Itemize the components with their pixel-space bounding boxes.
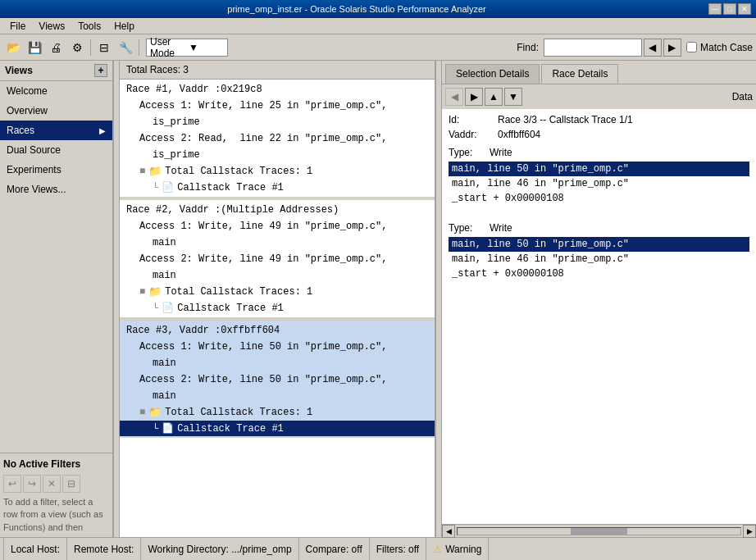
race1-callstack-total: Total Callstack Traces: 1 xyxy=(165,166,312,177)
callstack-item-1[interactable]: └ 📄 Callstack Trace #1 xyxy=(120,180,435,195)
nav-prev-button[interactable]: ◀ xyxy=(445,88,463,106)
tab-race-details[interactable]: Race Details xyxy=(541,64,618,84)
close-button[interactable]: ✕ xyxy=(738,3,751,15)
find-next-button[interactable]: ▶ xyxy=(663,39,681,57)
filter-button[interactable]: ⊟ xyxy=(94,38,114,57)
file-icon-1: 📄 xyxy=(162,181,174,193)
separator1 xyxy=(90,39,91,56)
race1-access1-cont: is_prime xyxy=(120,114,435,130)
call-stack-entry-1-0[interactable]: main, line 50 in "prime_omp.c" xyxy=(449,162,749,176)
race3-access1[interactable]: Access 1: Write, line 50 in "prime_omp.c… xyxy=(120,339,435,355)
race2-title[interactable]: Race #2, Vaddr :(Multiple Addresses) xyxy=(120,202,435,218)
find-prev-button[interactable]: ◀ xyxy=(644,39,662,57)
sidebar-item-welcome[interactable]: Welcome xyxy=(0,81,112,101)
call-stack-list-2: main, line 50 in "prime_omp.c" main, lin… xyxy=(449,237,749,281)
folder-icon-1: 📁 xyxy=(148,165,162,178)
find-label: Find: xyxy=(517,42,539,53)
filters-panel: No Active Filters ↩ ↪ ✕ ⊟ To add a filte… xyxy=(0,453,112,537)
main-content: Views + Welcome Overview Races ▶ Dual So… xyxy=(0,61,756,537)
call-stack-entry-2-2[interactable]: _start + 0x00000108 xyxy=(449,266,749,281)
callstack-item-2[interactable]: └ 📄 Callstack Trace #1 xyxy=(120,300,435,316)
race2-callstack-item: Callstack Trace #1 xyxy=(177,303,284,314)
save-button[interactable]: 💾 xyxy=(25,38,44,57)
tree-bullet-3b: └ xyxy=(153,423,158,435)
race2-callstack-total: Total Callstack Traces: 1 xyxy=(165,286,312,298)
print-button[interactable]: 🖨 xyxy=(46,38,66,57)
prefs-button[interactable]: 🔧 xyxy=(116,38,135,57)
minimize-button[interactable]: — xyxy=(708,3,722,15)
open-button[interactable]: 📂 xyxy=(3,38,23,57)
call-stack-entry-2-1[interactable]: main, line 46 in "prime_omp.c" xyxy=(449,252,749,266)
left-splitter[interactable] xyxy=(113,61,120,537)
race3-callstack-total: Total Callstack Traces: 1 xyxy=(165,407,312,418)
race1-access1[interactable]: Access 1: Write, line 25 in "prime_omp.c… xyxy=(120,98,435,114)
menubar: File Views Tools Help xyxy=(0,18,756,34)
tree-bullet-3: ■ xyxy=(139,407,145,418)
race1-title[interactable]: Race #1, Vaddr :0x219c8 xyxy=(120,81,435,98)
filters-title: No Active Filters xyxy=(3,457,109,471)
scroll-left-button[interactable]: ◀ xyxy=(442,525,455,538)
status-working-dir: Working Directory: .../prime_omp xyxy=(141,538,298,560)
sidebar-item-more-views[interactable]: More Views... xyxy=(0,180,112,199)
call-stack-list-1: main, line 50 in "prime_omp.c" main, lin… xyxy=(449,162,749,206)
tree-bullet-2b: └ xyxy=(153,303,158,314)
detail-id-row: Id: Race 3/3 -- Callstack Trace 1/1 xyxy=(449,114,749,125)
window-controls[interactable]: — □ ✕ xyxy=(708,3,751,15)
filter-redo-button[interactable]: ↪ xyxy=(23,475,41,493)
call-stack-entry-1-2[interactable]: _start + 0x00000108 xyxy=(449,191,749,206)
type-value-1: Write xyxy=(490,147,512,158)
race3-title[interactable]: Race #3, Vaddr :0xffbff604 xyxy=(120,322,435,339)
race3-access2-cont: main xyxy=(120,388,435,404)
horizontal-scrollbar[interactable]: ◀ ▶ xyxy=(442,524,756,537)
statusbar: Local Host: Remote Host: Working Directo… xyxy=(0,537,756,560)
menu-views[interactable]: Views xyxy=(32,19,71,34)
nav-up-button[interactable]: ▲ xyxy=(485,88,503,106)
match-case-checkbox[interactable]: Match Case xyxy=(686,42,753,53)
callstack-item-3-selected[interactable]: └ 📄 Callstack Trace #1 xyxy=(120,421,435,436)
race1-access2[interactable]: Access 2: Read, line 22 in "prime_omp.c"… xyxy=(120,130,435,147)
menu-help[interactable]: Help xyxy=(107,19,141,34)
race3-callstack-item: Callstack Trace #1 xyxy=(177,423,284,435)
call-stack-entry-1-1[interactable]: main, line 46 in "prime_omp.c" xyxy=(449,176,749,191)
filter-clear-button[interactable]: ✕ xyxy=(43,475,61,493)
match-case-label: Match Case xyxy=(700,42,753,53)
tab-selection-details[interactable]: Selection Details xyxy=(445,64,540,84)
nav-next-button[interactable]: ▶ xyxy=(465,88,483,106)
call-stack-entry-2-0[interactable]: main, line 50 in "prime_omp.c" xyxy=(449,237,749,252)
find-input[interactable] xyxy=(544,39,642,57)
match-case-input[interactable] xyxy=(686,42,697,52)
scrollbar-thumb[interactable] xyxy=(571,528,627,535)
right-splitter[interactable] xyxy=(435,61,442,537)
details-nav-buttons: ◀ ▶ ▲ ▼ xyxy=(445,88,522,106)
add-view-button[interactable]: + xyxy=(94,64,107,77)
nav-down-button[interactable]: ▼ xyxy=(504,88,522,106)
sidebar-item-experiments[interactable]: Experiments xyxy=(0,160,112,180)
races-content[interactable]: Race #1, Vaddr :0x219c8 Access 1: Write,… xyxy=(120,80,435,537)
vaddr-value: 0xffbff604 xyxy=(498,129,540,140)
vaddr-label: Vaddr: xyxy=(449,129,498,140)
settings-button[interactable]: ⚙ xyxy=(67,38,87,57)
scroll-right-button[interactable]: ▶ xyxy=(743,525,756,538)
details-tabs: Selection Details Race Details xyxy=(442,61,756,84)
scrollbar-track[interactable] xyxy=(457,527,741,535)
sidebar-item-dual-source[interactable]: Dual Source xyxy=(0,140,112,160)
user-mode-dropdown[interactable]: User Mode ▼ xyxy=(146,39,228,57)
menu-tools[interactable]: Tools xyxy=(71,19,107,34)
filter-undo-button[interactable]: ↩ xyxy=(3,475,21,493)
status-filters: Filters: off xyxy=(370,538,426,560)
race3-access1-cont: main xyxy=(120,355,435,371)
tree-bullet-1: ■ xyxy=(139,166,145,177)
maximize-button[interactable]: □ xyxy=(723,3,736,15)
menu-file[interactable]: File xyxy=(3,19,32,34)
race2-access1[interactable]: Access 1: Write, line 49 in "prime_omp.c… xyxy=(120,218,435,234)
race2-access2-cont: main xyxy=(120,267,435,284)
race2-access2[interactable]: Access 2: Write, line 49 in "prime_omp.c… xyxy=(120,251,435,267)
sidebar-item-races[interactable]: Races ▶ xyxy=(0,121,112,140)
views-panel: Views + Welcome Overview Races ▶ Dual So… xyxy=(0,61,113,537)
filter-options-button[interactable]: ⊟ xyxy=(62,475,80,493)
id-value: Race 3/3 -- Callstack Trace 1/1 xyxy=(498,114,633,125)
race3-access2[interactable]: Access 2: Write, line 50 in "prime_omp.c… xyxy=(120,371,435,388)
sidebar-item-overview[interactable]: Overview xyxy=(0,101,112,121)
type-row-2: Type: Write xyxy=(449,222,749,234)
race-group-3: Race #3, Vaddr :0xffbff604 Access 1: Wri… xyxy=(120,321,435,438)
